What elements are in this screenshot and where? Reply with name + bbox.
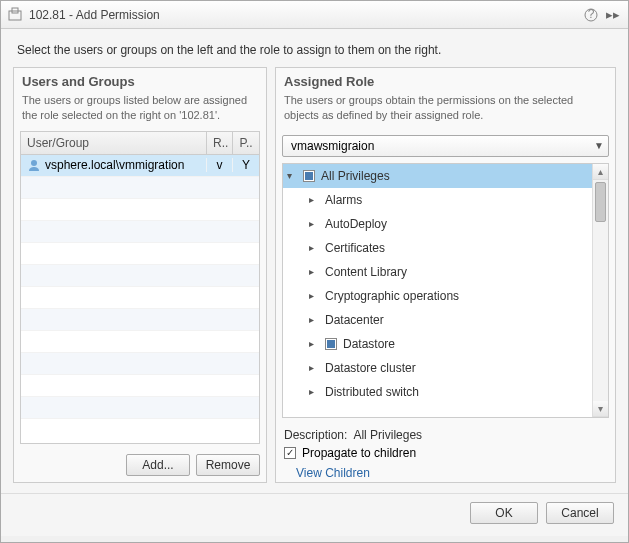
scroll-track[interactable] [593, 180, 608, 401]
privileges-tree: ▾ All Privileges ▸ Alarms ▸ AutoDeploy ▸… [282, 163, 609, 418]
window-title: 102.81 - Add Permission [29, 8, 582, 22]
tree-item-label: Content Library [325, 265, 407, 279]
table-row [21, 265, 259, 287]
svg-text:?: ? [588, 8, 595, 21]
expand-icon[interactable]: ▸ [309, 386, 319, 397]
users-table-header: User/Group R.. P.. [21, 132, 259, 155]
privilege-checkbox[interactable] [303, 170, 315, 182]
remove-button[interactable]: Remove [196, 454, 260, 476]
ok-button[interactable]: OK [470, 502, 538, 524]
description-label: Description: [284, 428, 347, 442]
tree-item[interactable]: ▸ Distributed switch [283, 380, 592, 404]
view-children-link[interactable]: View Children [276, 462, 615, 482]
role-select-value: vmawsmigraion [291, 139, 374, 153]
role-select[interactable]: vmawsmigraion ▼ [282, 135, 609, 157]
table-row [21, 309, 259, 331]
propagate-checkbox[interactable]: ✓ [284, 447, 296, 459]
privilege-checkbox[interactable] [325, 338, 337, 350]
tree-root-label: All Privileges [321, 169, 390, 183]
table-row [21, 375, 259, 397]
tree-item[interactable]: ▸ Certificates [283, 236, 592, 260]
tree-item-label: Datastore cluster [325, 361, 416, 375]
table-row [21, 177, 259, 199]
svg-rect-0 [9, 11, 21, 20]
chevron-down-icon: ▼ [594, 140, 604, 151]
expand-icon[interactable]: ▸ [309, 242, 319, 253]
table-row [21, 331, 259, 353]
expand-icon[interactable]: ▸ [309, 362, 319, 373]
assigned-role-desc: The users or groups obtain the permissio… [276, 93, 615, 131]
main-columns: Users and Groups The users or groups lis… [1, 67, 628, 493]
expand-icon[interactable]: ▸▸ [604, 6, 622, 24]
table-row [21, 397, 259, 419]
tree-item[interactable]: ▸ Datastore [283, 332, 592, 356]
user-icon [27, 158, 41, 172]
expand-icon[interactable]: ▸ [309, 218, 319, 229]
tree-item-label: Certificates [325, 241, 385, 255]
column-propagate[interactable]: P.. [233, 132, 259, 154]
table-row [21, 353, 259, 375]
description-value: All Privileges [353, 428, 422, 442]
column-role[interactable]: R.. [207, 132, 233, 154]
tree-item-label: AutoDeploy [325, 217, 387, 231]
propagate-row: ✓ Propagate to children [276, 444, 615, 462]
window-title-controls: ? ▸▸ [582, 6, 622, 24]
svg-point-4 [31, 160, 37, 166]
user-propagate-cell: Y [233, 158, 259, 172]
tree-item-label: Cryptographic operations [325, 289, 459, 303]
column-usergroup[interactable]: User/Group [21, 132, 207, 154]
tree-item-label: Distributed switch [325, 385, 419, 399]
scroll-down-icon[interactable]: ▾ [593, 401, 608, 417]
tree-item-label: Datacenter [325, 313, 384, 327]
collapse-icon[interactable]: ▾ [287, 170, 297, 181]
table-row [21, 199, 259, 221]
expand-icon[interactable]: ▸ [309, 314, 319, 325]
expand-icon[interactable]: ▸ [309, 290, 319, 301]
table-row [21, 287, 259, 309]
tree-item[interactable]: ▸ AutoDeploy [283, 212, 592, 236]
user-name: vsphere.local\vmmigration [45, 158, 184, 172]
dialog-footer: OK Cancel [1, 493, 628, 536]
users-groups-desc: The users or groups listed below are ass… [14, 93, 266, 131]
table-row [21, 221, 259, 243]
scroll-up-icon[interactable]: ▴ [593, 164, 608, 180]
tree-item[interactable]: ▸ Content Library [283, 260, 592, 284]
tree-item[interactable]: ▸ Cryptographic operations [283, 284, 592, 308]
tree-item[interactable]: ▸ Datacenter [283, 308, 592, 332]
users-table-body: vsphere.local\vmmigration v Y [21, 155, 259, 443]
expand-icon[interactable]: ▸ [309, 266, 319, 277]
add-button[interactable]: Add... [126, 454, 190, 476]
expand-icon[interactable]: ▸ [309, 338, 319, 349]
table-row[interactable]: vsphere.local\vmmigration v Y [21, 155, 259, 177]
tree-item-label: Datastore [343, 337, 395, 351]
tree-root[interactable]: ▾ All Privileges [283, 164, 592, 188]
permissions-icon [7, 7, 23, 23]
help-icon[interactable]: ? [582, 6, 600, 24]
window-titlebar: 102.81 - Add Permission ? ▸▸ [1, 1, 628, 29]
user-role-cell: v [207, 158, 233, 172]
assigned-role-panel: Assigned Role The users or groups obtain… [275, 67, 616, 483]
expand-icon[interactable]: ▸ [309, 194, 319, 205]
assigned-role-title: Assigned Role [276, 68, 615, 93]
cancel-button[interactable]: Cancel [546, 502, 614, 524]
tree-item-label: Alarms [325, 193, 362, 207]
table-row [21, 243, 259, 265]
tree-item[interactable]: ▸ Datastore cluster [283, 356, 592, 380]
intro-text: Select the users or groups on the left a… [1, 29, 628, 67]
users-groups-title: Users and Groups [14, 68, 266, 93]
scroll-thumb[interactable] [595, 182, 606, 222]
propagate-label: Propagate to children [302, 446, 416, 460]
description-line: Description: All Privileges [276, 424, 615, 444]
tree-item[interactable]: ▸ Alarms [283, 188, 592, 212]
scrollbar[interactable]: ▴ ▾ [592, 164, 608, 417]
users-table: User/Group R.. P.. vsphere.local\vmmigra… [20, 131, 260, 444]
users-groups-panel: Users and Groups The users or groups lis… [13, 67, 267, 483]
